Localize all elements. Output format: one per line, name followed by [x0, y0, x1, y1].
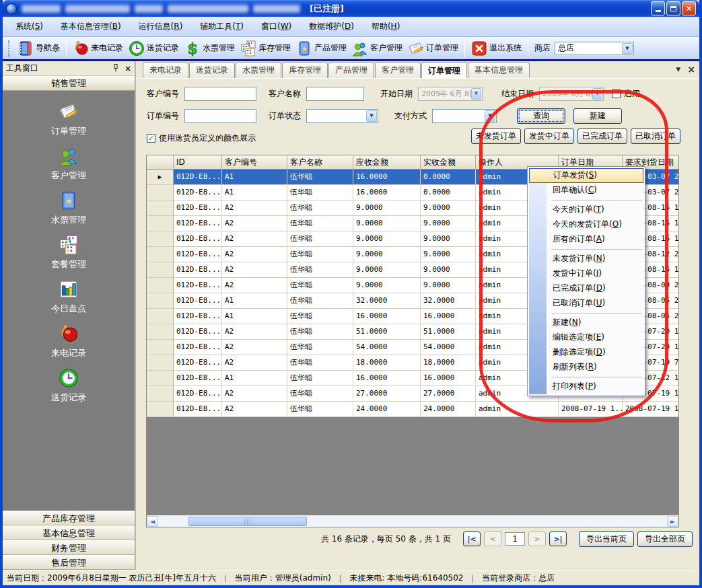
page-number-input[interactable]	[505, 532, 525, 546]
menu-help[interactable]: 帮助(H)	[363, 17, 409, 36]
menu-aux-tools[interactable]: 辅助工具(T)	[191, 17, 252, 36]
sidebar-item-call-records[interactable]: 来电记录	[51, 324, 86, 359]
context-menu-new-order[interactable]: 新建(N)	[529, 316, 643, 330]
shipping-orders-button[interactable]: 发货中订单	[524, 128, 574, 144]
toolbar-exit-button[interactable]: 退出系统	[468, 39, 524, 58]
minimize-button[interactable]	[651, 1, 665, 15]
table-row[interactable]: 012D-E8...A2伍华聪24.000024.0000admin2008-0…	[147, 402, 678, 417]
menu-system[interactable]: 系统(S)	[7, 17, 52, 36]
menu-basic-info[interactable]: 基本信息管理(B)	[52, 17, 130, 36]
context-menu-edit-selected[interactable]: 编辑选定项(E)	[529, 330, 643, 345]
first-page-button[interactable]: |<	[463, 531, 481, 546]
context-menu-today-shipped-orders[interactable]: 今天的发货订单(O)	[529, 217, 643, 232]
toolbar-water-ticket-button[interactable]: $水票管理	[182, 39, 238, 58]
order-code-input[interactable]	[184, 109, 256, 123]
context-menu-completed-orders[interactable]: 已完成订单(D)	[529, 281, 643, 296]
completed-orders-button[interactable]: 已完成订单	[577, 128, 627, 144]
tab-库存管理[interactable]: 库存管理	[282, 62, 328, 78]
close-button[interactable]: ×	[682, 1, 696, 15]
export-all-pages-button[interactable]: 导出全部页	[637, 531, 693, 547]
sidebar-item-today-check[interactable]: 今日盘点	[51, 279, 86, 315]
sidebar-group-sales[interactable]: 销售管理	[3, 76, 135, 91]
menu-data-maintenance[interactable]: 数据维护(D)	[300, 17, 363, 36]
context-menu-ship-order[interactable]: 订单发货(S)	[529, 168, 643, 183]
toolbar-call-records-button[interactable]: 来电记录	[70, 39, 126, 58]
context-menu-confirm-receipt[interactable]: 回单确认(C)	[529, 183, 643, 198]
sidebar-item-customer[interactable]: 客户管理	[51, 146, 86, 182]
customer-name-input[interactable]	[306, 87, 364, 101]
chevron-down-icon[interactable]: ▼	[471, 88, 481, 100]
menu-runtime-info[interactable]: 运行信息(R)	[130, 17, 192, 36]
context-menu-print-list[interactable]: 打印列表(P)	[529, 379, 643, 394]
end-date-picker[interactable]: 2009年 6月 8日 ▼	[539, 87, 604, 101]
toolbar-delivery-records-button[interactable]: 送货记录	[126, 39, 182, 58]
pin-icon[interactable]	[112, 64, 119, 73]
store-select[interactable]: 总店▼	[555, 42, 634, 55]
column-header-receivable_amount[interactable]: 应收金额	[353, 155, 421, 170]
sidebar-item-order[interactable]: 订单管理	[51, 102, 86, 137]
toolbar-grip[interactable]	[8, 40, 12, 57]
context-menu-unshipped-orders[interactable]: 未发货订单(N)	[529, 252, 643, 266]
svg-text:★: ★	[302, 45, 308, 52]
last-page-button[interactable]: >|	[549, 531, 567, 546]
toolbar-nav-strip-button[interactable]: 导航条	[15, 39, 63, 58]
courier-color-checkbox[interactable]: ✓	[147, 134, 155, 143]
chevron-down-icon[interactable]: ▼	[366, 110, 377, 122]
unshipped-orders-button[interactable]: 未发货订单	[471, 128, 521, 144]
chevron-down-icon[interactable]: ▼	[592, 88, 602, 100]
column-header-row_indicator[interactable]	[147, 155, 174, 170]
enable-checkbox[interactable]	[612, 89, 621, 98]
tab-close-icon[interactable]: ×	[687, 64, 695, 75]
column-header-id[interactable]: ID	[174, 155, 222, 170]
maximize-button[interactable]	[666, 1, 680, 15]
sidebar-item-water-ticket[interactable]: ★水票管理	[51, 190, 86, 226]
new-button[interactable]: 新建	[573, 108, 622, 124]
tab-客户管理[interactable]: 客户管理	[375, 62, 421, 78]
scrollbar-thumb[interactable]: |||	[188, 517, 307, 526]
cancelled-orders-button[interactable]: 已取消订单	[631, 128, 680, 144]
context-menu-delete-selected[interactable]: 删除选定项(D)	[529, 345, 643, 360]
payment-method-select[interactable]: ▼	[432, 109, 497, 123]
column-header-customer_code[interactable]: 客户编号	[222, 155, 287, 170]
title-text-redacted	[22, 5, 300, 13]
start-date-picker[interactable]: 2009年 6月 8日 ▼	[418, 87, 483, 101]
toolbar-order-button[interactable]: 订单管理	[405, 39, 461, 58]
close-icon[interactable]: ×	[125, 65, 131, 73]
column-header-received_amount[interactable]: 实收金额	[421, 155, 476, 170]
chevron-down-icon[interactable]: ▼	[485, 110, 495, 122]
context-menu-today-orders[interactable]: 今天的订单(T)	[529, 203, 643, 217]
scroll-left-icon[interactable]: ◄	[147, 516, 158, 527]
tab-订单管理[interactable]: 订单管理	[421, 62, 467, 79]
order-status-select[interactable]: ▼	[306, 109, 378, 123]
tab-送货记录[interactable]: 送货记录	[189, 62, 235, 78]
sidebar-group-基本信息管理[interactable]: 基本信息管理	[3, 525, 135, 540]
context-menu-cancelled-orders[interactable]: 已取消订单(U)	[529, 296, 643, 311]
context-menu-refresh-list[interactable]: 刷新列表(R)	[529, 360, 643, 375]
tab-产品管理[interactable]: 产品管理	[328, 62, 374, 78]
next-page-button[interactable]: >	[528, 531, 546, 546]
query-button[interactable]: 查询	[517, 108, 565, 124]
column-header-customer_name[interactable]: 客户名称	[287, 155, 353, 170]
sidebar-group-产品库存管理[interactable]: 产品库存管理	[3, 511, 135, 525]
tab-基本信息管理[interactable]: 基本信息管理	[468, 62, 530, 78]
tab-水票管理[interactable]: 水票管理	[236, 62, 281, 78]
chevron-down-icon[interactable]: ▼	[622, 43, 633, 54]
tab-list-dropdown-icon[interactable]: ▼	[676, 66, 680, 73]
toolbar-product-button[interactable]: ★产品管理	[293, 39, 349, 58]
sidebar-item-package[interactable]: 套餐管理	[51, 235, 86, 270]
horizontal-scrollbar[interactable]: ◄ ||| ►	[147, 515, 678, 527]
sidebar-group-财务管理[interactable]: 财务管理	[3, 540, 135, 555]
context-menu-shipping-orders[interactable]: 发货中订单(I)	[529, 266, 643, 281]
context-menu-all-orders[interactable]: 所有的订单(A)	[529, 232, 643, 247]
row-indicator	[147, 185, 174, 200]
toolbar-inventory-button[interactable]: 库存管理	[238, 39, 293, 58]
scroll-right-icon[interactable]: ►	[667, 516, 678, 527]
sidebar-item-delivery-records[interactable]: 送货记录	[51, 368, 86, 404]
sidebar-group-售后管理[interactable]: 售后管理	[3, 555, 135, 570]
export-current-page-button[interactable]: 导出当前页	[579, 531, 634, 547]
prev-page-button[interactable]: <	[484, 531, 501, 546]
menu-window[interactable]: 窗口(W)	[252, 17, 300, 36]
customer-code-input[interactable]	[184, 87, 256, 101]
toolbar-customer-button[interactable]: 客户管理	[349, 39, 405, 58]
tab-来电记录[interactable]: 来电记录	[143, 62, 188, 78]
